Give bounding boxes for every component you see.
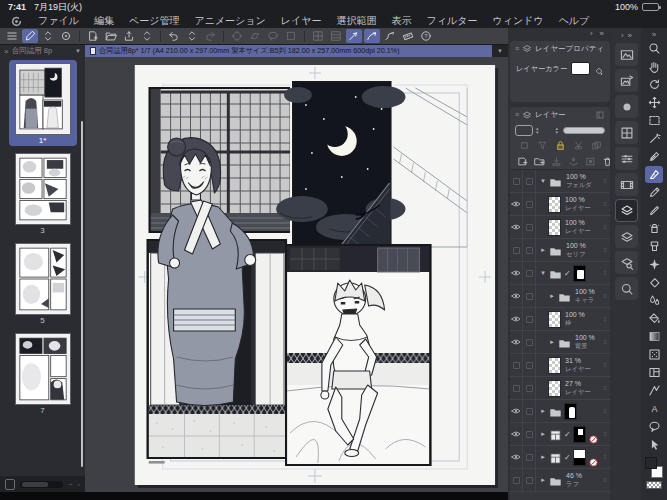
layer-drag-handle[interactable]: ≡ xyxy=(603,339,607,345)
dock-expand-icon[interactable]: » xyxy=(628,31,632,40)
layer-row[interactable]: ▸≡ xyxy=(510,400,610,423)
figure-tool[interactable] xyxy=(645,382,663,399)
framepanel-tool[interactable] xyxy=(645,364,663,381)
dock-collapse-icon[interactable]: › xyxy=(621,31,624,40)
panel-tab-icon[interactable] xyxy=(595,110,605,120)
panel-expand-all-icon[interactable]: » xyxy=(600,29,604,38)
dock-layerprop-icon[interactable] xyxy=(615,199,638,222)
layer-color-bucket-icon[interactable] xyxy=(594,62,604,75)
layer-mask-thumbnail[interactable] xyxy=(573,265,586,282)
layer-row[interactable]: ▾✓≡ xyxy=(510,262,610,285)
rotate-tool[interactable] xyxy=(645,76,663,93)
page-thumbnail-item[interactable]: 1* xyxy=(9,60,77,146)
expand-icon[interactable]: ▸ xyxy=(548,292,556,300)
layer-visibility-toggle[interactable] xyxy=(510,423,523,445)
dock-search-icon[interactable] xyxy=(615,277,638,300)
layer-visibility-toggle[interactable] xyxy=(510,308,523,330)
layer-checkbox[interactable] xyxy=(523,170,536,192)
snapcurve-icon[interactable] xyxy=(364,29,380,43)
layer-checkbox[interactable] xyxy=(523,239,536,261)
expand-icon[interactable]: ▸ xyxy=(539,453,547,461)
layer-drag-handle[interactable]: ≡ xyxy=(603,362,607,368)
layer-visibility-toggle[interactable] xyxy=(510,262,523,284)
layer-visibility-toggle[interactable] xyxy=(510,469,523,491)
collapse-icon[interactable]: ▾ xyxy=(539,177,547,185)
panel-collapse-icon[interactable]: › xyxy=(590,29,593,38)
select-tool[interactable] xyxy=(645,112,663,129)
lock-layer-icon[interactable] xyxy=(555,140,566,151)
blend-mode-button[interactable] xyxy=(515,125,533,136)
opacity-slider[interactable] xyxy=(563,127,605,134)
airbrush-tool[interactable] xyxy=(645,220,663,237)
layer-color-swatch[interactable] xyxy=(571,62,590,75)
move-tool[interactable] xyxy=(645,94,663,111)
layer-checkbox[interactable] xyxy=(523,262,536,284)
page-thumbnail-item[interactable]: 3 xyxy=(9,150,77,236)
layer-visibility-toggle[interactable] xyxy=(510,285,523,307)
page-zoom-slider[interactable] xyxy=(20,481,63,488)
layer-checkbox[interactable] xyxy=(523,400,536,422)
layer-thumbnail[interactable] xyxy=(548,357,561,374)
layer-drag-handle[interactable]: ≡ xyxy=(603,270,607,276)
layer-visibility-toggle[interactable] xyxy=(510,354,523,376)
layer-mask-thumbnail[interactable] xyxy=(573,426,586,443)
layer-checkbox[interactable] xyxy=(523,216,536,238)
sparkle-tool[interactable] xyxy=(645,256,663,273)
panel-menu-icon[interactable]: ≡ xyxy=(515,45,519,52)
layer-drag-handle[interactable]: ≡ xyxy=(603,316,607,322)
layer-visibility-toggle[interactable] xyxy=(510,216,523,238)
menu-ウィンドウ[interactable]: ウィンドウ xyxy=(492,14,543,28)
layer-visibility-toggle[interactable] xyxy=(510,193,523,215)
layer-visibility-toggle[interactable] xyxy=(510,170,523,192)
updown-icon[interactable] xyxy=(40,29,56,43)
layer-row[interactable]: ▸100 %キャラ≡ xyxy=(510,285,610,308)
layer-row[interactable]: ▸✓≡ xyxy=(510,423,610,446)
layer-visibility-toggle[interactable] xyxy=(510,331,523,353)
layer-checkbox[interactable] xyxy=(523,285,536,307)
layer-visibility-toggle[interactable] xyxy=(510,239,523,261)
layer-drag-handle[interactable]: ≡ xyxy=(603,293,607,299)
lock-transparent-icon[interactable] xyxy=(573,140,584,151)
layer-drag-handle[interactable]: ≡ xyxy=(603,385,607,391)
decoration-tool[interactable] xyxy=(645,238,663,255)
layer-row[interactable]: ▸✓≡ xyxy=(510,446,610,469)
open-icon[interactable] xyxy=(103,29,119,43)
layer-mask-thumbnail[interactable] xyxy=(573,449,586,466)
layer-drag-handle[interactable]: ≡ xyxy=(603,201,607,207)
page-view-toggle-button[interactable] xyxy=(5,479,15,490)
operate-tool[interactable] xyxy=(645,436,663,453)
reference-layer-icon[interactable] xyxy=(537,140,548,151)
layer-checkbox[interactable] xyxy=(523,423,536,445)
layer-row[interactable]: 27 %レイヤー≡ xyxy=(510,377,610,400)
eraser-tool[interactable] xyxy=(645,274,663,291)
clip-studio-logo-icon[interactable] xyxy=(10,15,23,28)
help-icon[interactable]: ? xyxy=(418,29,434,43)
layer-row[interactable]: 31 %レイヤー≡ xyxy=(510,354,610,377)
layer-drag-handle[interactable]: ≡ xyxy=(603,178,607,184)
expand-icon[interactable]: ▸ xyxy=(548,338,556,346)
wand-tool[interactable] xyxy=(645,130,663,147)
dock-navigator-icon[interactable] xyxy=(615,43,638,66)
layer-drag-handle[interactable]: ≡ xyxy=(603,454,607,460)
layer-thumbnail[interactable] xyxy=(548,311,561,328)
layer-checkbox[interactable] xyxy=(523,377,536,399)
layer-checkbox[interactable] xyxy=(523,469,536,491)
layer-drag-handle[interactable]: ≡ xyxy=(603,477,607,483)
menu-表示[interactable]: 表示 xyxy=(392,14,412,28)
undo-icon[interactable] xyxy=(166,29,182,43)
page-list-scrollbar[interactable] xyxy=(81,121,83,467)
title-chevron-down-icon[interactable]: ▼ xyxy=(492,48,508,54)
snapfree-icon[interactable] xyxy=(382,29,398,43)
foreground-color-swatch[interactable] xyxy=(645,457,657,469)
page-minus-icon[interactable]: − xyxy=(68,481,72,488)
layer-checkbox[interactable] xyxy=(523,354,536,376)
set-as-reference-icon[interactable] xyxy=(591,140,602,151)
export-icon[interactable] xyxy=(121,29,137,43)
menu-レイヤー[interactable]: レイヤー xyxy=(281,14,322,28)
layer-row[interactable]: 100 %枠≡ xyxy=(510,308,610,331)
opacity-stepper-icon[interactable]: ▴▾ xyxy=(555,126,558,134)
link-icon[interactable] xyxy=(58,29,74,43)
fill-tool[interactable] xyxy=(645,310,663,327)
page-thumbnail-item[interactable]: 5 xyxy=(9,240,77,326)
layer-drag-handle[interactable]: ≡ xyxy=(603,431,607,437)
